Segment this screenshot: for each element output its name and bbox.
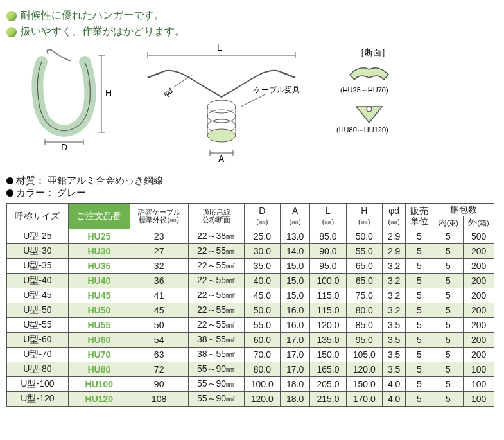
- label-range1: (HU25～HU70): [340, 86, 388, 94]
- cell-L: 115.0: [310, 303, 346, 317]
- cell-wire: 55～90㎟: [188, 376, 244, 391]
- table-row: U型-100HU1009055～90㎟100.018.0205.0150.04.…: [7, 376, 494, 391]
- feature-text-1: 耐候性に優れたハンガーです。: [21, 9, 164, 22]
- label-A: A: [218, 154, 225, 164]
- th-cable: 許容ケーブル 標準外径(㎜): [130, 204, 188, 229]
- cell-H: 105.0: [346, 347, 382, 362]
- cell-D: 80.0: [244, 362, 280, 376]
- cell-part: HU80: [68, 362, 130, 376]
- table-row: U型-45HU454122～55㎟45.015.0115.075.03.2552…: [7, 288, 494, 303]
- cell-inner: 5: [433, 391, 464, 406]
- label-range2: (HU80～HU120): [336, 126, 388, 134]
- label-phid: φd: [162, 86, 175, 99]
- cell-inner: 5: [433, 229, 464, 243]
- table-row: U型-55HU555022～55㎟55.016.0120.085.03.5552…: [7, 317, 494, 332]
- th-outer: 外(箱): [464, 216, 494, 229]
- svg-line-19: [241, 94, 266, 107]
- table-row: U型-70HU706338～55㎟70.017.0150.0105.03.555…: [7, 347, 494, 362]
- cell-inner: 5: [433, 243, 464, 258]
- cell-cap: 108: [130, 391, 188, 406]
- material-line: 材質： 亜鉛アルミ合金めっき鋼線: [6, 175, 498, 187]
- diagram-front: H D: [13, 42, 116, 152]
- cell-part: HU35: [68, 258, 130, 273]
- cell-cap: 41: [130, 288, 188, 303]
- th-phid: φd(㎜): [382, 204, 405, 229]
- cell-unit: 5: [406, 258, 433, 273]
- diagram-area: H D L φd ケ: [13, 42, 498, 164]
- cell-part: HU100: [68, 376, 130, 391]
- cell-wire: 22～55㎟: [188, 303, 244, 317]
- cell-H: 50.0: [346, 229, 382, 243]
- cell-size: U型-40: [7, 273, 69, 288]
- cell-phid: 2.9: [382, 229, 405, 243]
- cell-A: 16.0: [280, 303, 309, 317]
- cell-wire: 22～38㎟: [188, 229, 244, 243]
- cell-outer: 100: [464, 391, 494, 406]
- cell-cap: 90: [130, 376, 188, 391]
- cell-A: 13.0: [280, 229, 309, 243]
- material-value: 亜鉛アルミ合金めっき鋼線: [48, 175, 163, 187]
- feature-text-2: 扱いやすく、作業がはかどります。: [21, 25, 185, 39]
- spec-table: 呼称サイズ ご注文品番 許容ケーブル 標準外径(㎜) 適応吊線 公称断面 D(㎜…: [6, 203, 494, 407]
- cell-wire: 55～90㎟: [188, 362, 244, 376]
- cell-part: HU25: [68, 229, 130, 243]
- bullet-icon: [6, 177, 13, 184]
- th-L: L(㎜): [310, 204, 346, 229]
- cell-inner: 5: [433, 317, 464, 332]
- feature-bullet-2: 扱いやすく、作業がはかどります。: [6, 25, 498, 39]
- label-L: L: [217, 42, 222, 53]
- cell-L: 120.0: [310, 317, 346, 332]
- cell-inner: 5: [433, 303, 464, 317]
- cell-phid: 4.0: [382, 376, 405, 391]
- th-part: ご注文品番: [68, 204, 130, 229]
- cell-cap: 36: [130, 273, 188, 288]
- svg-line-9: [173, 75, 193, 87]
- label-section: ［断面］: [356, 48, 390, 57]
- cell-unit: 5: [406, 303, 433, 317]
- cell-outer: 200: [464, 332, 494, 347]
- cell-D: 45.0: [244, 288, 280, 303]
- cell-unit: 5: [406, 362, 433, 376]
- cell-inner: 5: [433, 273, 464, 288]
- cell-A: 14.0: [280, 243, 309, 258]
- color-line: カラー： グレー: [6, 187, 498, 199]
- cell-cap: 27: [130, 243, 188, 258]
- cell-H: 85.0: [346, 317, 382, 332]
- cell-D: 35.0: [244, 258, 280, 273]
- cell-H: 120.0: [346, 362, 382, 376]
- color-value: グレー: [57, 187, 86, 199]
- cell-wire: 22～55㎟: [188, 317, 244, 332]
- cell-D: 100.0: [244, 376, 280, 391]
- cell-size: U型-70: [7, 347, 69, 362]
- cell-unit: 5: [406, 376, 433, 391]
- cell-H: 55.0: [346, 243, 382, 258]
- cell-H: 65.0: [346, 273, 382, 288]
- th-size: 呼称サイズ: [7, 204, 69, 229]
- cell-part: HU50: [68, 303, 130, 317]
- cell-phid: 2.9: [382, 243, 405, 258]
- cell-cap: 45: [130, 303, 188, 317]
- cell-size: U型-35: [7, 258, 69, 273]
- table-row: U型-25HU252322～38㎟25.013.085.050.02.95550…: [7, 229, 494, 243]
- cell-inner: 5: [433, 288, 464, 303]
- th-unit: 販売単位: [406, 204, 433, 229]
- cell-L: 205.0: [310, 376, 346, 391]
- cell-D: 60.0: [244, 332, 280, 347]
- cell-inner: 5: [433, 376, 464, 391]
- cell-outer: 200: [464, 303, 494, 317]
- material-label: 材質：: [16, 175, 45, 187]
- cell-size: U型-30: [7, 243, 69, 258]
- cell-D: 30.0: [244, 243, 280, 258]
- cell-wire: 22～55㎟: [188, 288, 244, 303]
- cell-D: 55.0: [244, 317, 280, 332]
- cell-unit: 5: [406, 243, 433, 258]
- cell-D: 40.0: [244, 273, 280, 288]
- cell-phid: 3.5: [382, 317, 405, 332]
- cell-unit: 5: [406, 391, 433, 406]
- th-pack: 梱包数: [433, 204, 494, 216]
- cell-cap: 72: [130, 362, 188, 376]
- cell-phid: 3.2: [382, 273, 405, 288]
- cell-cap: 54: [130, 332, 188, 347]
- cell-outer: 200: [464, 288, 494, 303]
- bullet-icon: [6, 27, 17, 37]
